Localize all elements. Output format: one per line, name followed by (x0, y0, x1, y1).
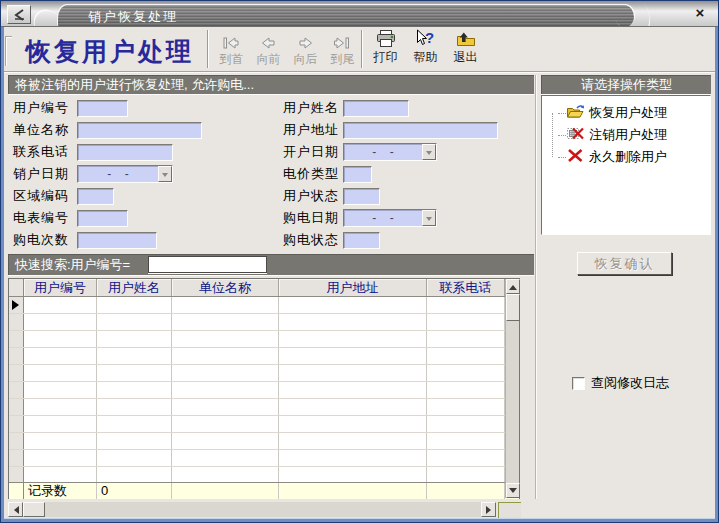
user-id-row: 用户编号 (13, 97, 202, 119)
table-cell (24, 382, 97, 398)
column-header-1[interactable]: 用户姓名 (97, 279, 172, 296)
table-row[interactable] (9, 433, 519, 450)
price-type-field[interactable] (343, 166, 372, 183)
nav-prev-button[interactable]: 向前 (250, 31, 287, 68)
table-row[interactable] (9, 297, 519, 314)
column-header-2[interactable]: 单位名称 (172, 279, 279, 296)
column-header-3[interactable]: 用户地址 (279, 279, 427, 296)
record-nav-group: 到首向前向后到尾 (213, 31, 361, 68)
unit-name-field[interactable] (77, 122, 202, 139)
purchase-status-row: 购电状态 (283, 229, 498, 251)
help-button[interactable]: ?帮助 (407, 29, 444, 66)
footer-cell (279, 483, 427, 499)
table-cell (24, 314, 97, 330)
chevron-down-icon (426, 151, 432, 158)
nav-to-first-button[interactable]: 到首 (213, 31, 250, 68)
table-cell (427, 331, 505, 347)
tree-item-restore-user[interactable]: 恢复用户处理 (548, 102, 710, 124)
scroll-up-button[interactable] (506, 279, 520, 294)
table-cell (427, 416, 505, 432)
purchase-date-row: 购电日期- - (283, 207, 498, 229)
column-header-0[interactable]: 用户编号 (24, 279, 97, 296)
column-header-4[interactable]: 联系电话 (427, 279, 505, 296)
table-row[interactable] (9, 399, 519, 416)
exit-button[interactable]: 退出 (447, 29, 484, 66)
toolbar-separator (361, 30, 363, 68)
title-pill: 销户恢复处理 (58, 5, 634, 27)
table-cell (97, 297, 172, 313)
checkbox-icon[interactable] (572, 377, 585, 390)
close-date-field[interactable]: - - (77, 165, 173, 183)
operation-type-list: 恢复用户处理注销用户处理永久删除用户 (541, 95, 711, 235)
table-row[interactable] (9, 467, 519, 482)
meter-number-field[interactable] (77, 210, 128, 227)
user-name-field[interactable] (343, 100, 409, 117)
to-last-icon (324, 31, 361, 50)
purchase-count-field[interactable] (77, 232, 157, 249)
scroll-down-button[interactable] (506, 483, 520, 498)
chevron-down-icon (162, 173, 168, 180)
open-date-dropdown-button[interactable] (422, 144, 436, 160)
table-cell (24, 348, 97, 364)
toolbar-separator (207, 30, 209, 68)
horizontal-scrollbar[interactable] (8, 502, 496, 517)
table-cell (24, 297, 97, 313)
restore-confirm-button[interactable]: 恢复确认 (577, 252, 672, 275)
table-cell (279, 433, 427, 449)
table-row[interactable] (9, 365, 519, 382)
region-code-field[interactable] (77, 188, 114, 205)
open-date-label: 开户日期 (283, 143, 343, 161)
table-cell (172, 416, 279, 432)
table-row[interactable] (9, 450, 519, 467)
vertical-scroll-thumb[interactable] (506, 294, 520, 321)
table-cell (97, 467, 172, 482)
table-cell (427, 297, 505, 313)
table-row[interactable] (9, 314, 519, 331)
view-log-checkbox-row[interactable]: 查阅修改日志 (572, 374, 669, 392)
print-button[interactable]: 打印 (367, 29, 404, 66)
table-row[interactable] (9, 331, 519, 348)
table-cell (279, 450, 427, 466)
table-cell (97, 450, 172, 466)
row-selector-cell (9, 450, 24, 466)
vertical-scrollbar[interactable] (505, 279, 519, 498)
row-selector-cell (9, 331, 24, 347)
user-status-field[interactable] (343, 188, 380, 205)
horizontal-scroll-thumb[interactable] (23, 502, 45, 517)
table-cell (279, 399, 427, 415)
table-row[interactable] (9, 416, 519, 433)
scroll-right-button[interactable] (481, 502, 496, 517)
row-selector-cell (9, 467, 24, 482)
table-cell (172, 348, 279, 364)
table-cell (24, 399, 97, 415)
scroll-left-button[interactable] (8, 502, 23, 517)
user-address-row: 用户地址 (283, 119, 498, 141)
table-row[interactable] (9, 348, 519, 365)
printer-icon (367, 29, 404, 48)
tree-item-cancel-user[interactable]: 注销用户处理 (548, 124, 710, 146)
row-selector-cell (9, 433, 24, 449)
user-address-field[interactable] (343, 122, 498, 139)
purchase-date-dropdown-button[interactable] (422, 210, 436, 226)
scroll-corner (498, 502, 521, 518)
purchase-date-field[interactable]: - - (343, 209, 437, 227)
table-cell (97, 382, 172, 398)
nav-next-button[interactable]: 向后 (287, 31, 324, 68)
open-date-field[interactable]: - - (343, 143, 437, 161)
purchase-date-value: - - (344, 210, 422, 226)
search-input[interactable] (148, 256, 267, 273)
close-date-label: 销户日期 (13, 165, 77, 183)
open-date-value: - - (344, 144, 422, 160)
close-button[interactable]: × (691, 4, 709, 22)
window-system-icon[interactable] (7, 5, 31, 24)
contact-phone-row: 联系电话 (13, 141, 202, 163)
table-row[interactable] (9, 382, 519, 399)
user-id-field[interactable] (77, 100, 128, 117)
close-date-dropdown-button[interactable] (158, 166, 172, 182)
nav-to-last-button[interactable]: 到尾 (324, 31, 361, 68)
tree-item-delete-user[interactable]: 永久删除用户 (548, 146, 710, 168)
view-log-label: 查阅修改日志 (591, 374, 669, 392)
table-cell (427, 382, 505, 398)
purchase-status-field[interactable] (343, 232, 380, 249)
contact-phone-field[interactable] (77, 144, 173, 161)
